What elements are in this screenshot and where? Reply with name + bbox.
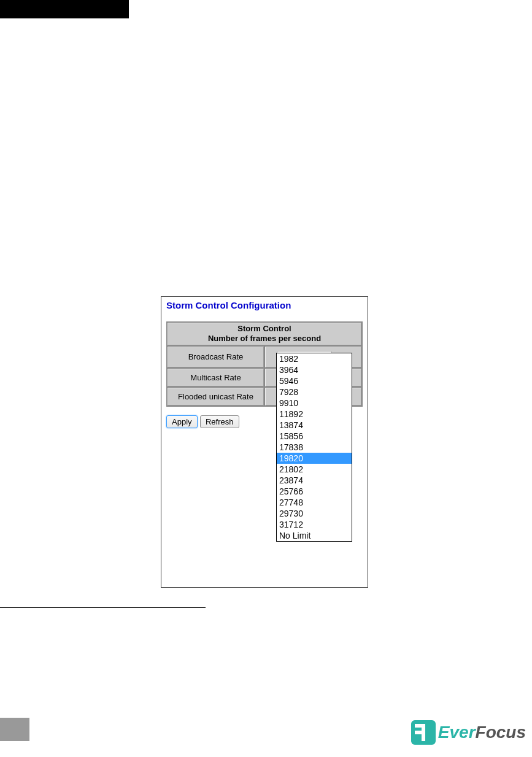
logo-icon (411, 720, 436, 745)
table-header-line2: Number of frames per second (208, 334, 321, 343)
logo-text-focus: Focus (476, 723, 526, 742)
dropdown-option[interactable]: No Limit (277, 530, 352, 541)
divider (0, 607, 206, 608)
dropdown-option[interactable]: 9910 (277, 398, 352, 409)
storm-control-panel: Storm Control Configuration Storm Contro… (161, 296, 368, 588)
apply-button[interactable]: Apply (166, 415, 198, 428)
page-number-bar (0, 718, 29, 741)
multicast-rate-label: Multicast Rate (168, 369, 264, 386)
logo-text: EverFocus (438, 723, 526, 742)
table-header: Storm Control Number of frames per secon… (168, 323, 361, 345)
dropdown-option[interactable]: 17838 (277, 442, 352, 453)
panel-title: Storm Control Configuration (166, 300, 363, 310)
dropdown-option[interactable]: 29730 (277, 508, 352, 519)
table-header-line1: Storm Control (237, 324, 291, 333)
dropdown-option[interactable]: 21802 (277, 464, 352, 475)
refresh-button[interactable]: Refresh (200, 415, 239, 428)
dropdown-option[interactable]: 23874 (277, 475, 352, 486)
dropdown-option[interactable]: 11892 (277, 409, 352, 420)
dropdown-option[interactable]: 1982 (277, 353, 352, 364)
dropdown-option[interactable]: 31712 (277, 519, 352, 530)
dropdown-option[interactable]: 19820 (277, 453, 352, 464)
logo-text-ever: Ever (438, 723, 476, 742)
flooded-unicast-rate-label: Flooded unicast Rate (168, 388, 264, 405)
dropdown-option[interactable]: 7928 (277, 386, 352, 398)
dropdown-option[interactable]: 15856 (277, 431, 352, 442)
dropdown-option[interactable]: 5946 (277, 375, 352, 386)
brand-logo: EverFocus (411, 720, 526, 745)
dropdown-option[interactable]: 27748 (277, 497, 352, 508)
broadcast-rate-label: Broadcast Rate (168, 347, 264, 367)
rate-dropdown-list[interactable]: 1982396459467928991011892138741585617838… (276, 353, 352, 542)
header-bar (0, 0, 129, 18)
dropdown-option[interactable]: 13874 (277, 420, 352, 431)
dropdown-option[interactable]: 3964 (277, 364, 352, 375)
dropdown-option[interactable]: 25766 (277, 486, 352, 497)
